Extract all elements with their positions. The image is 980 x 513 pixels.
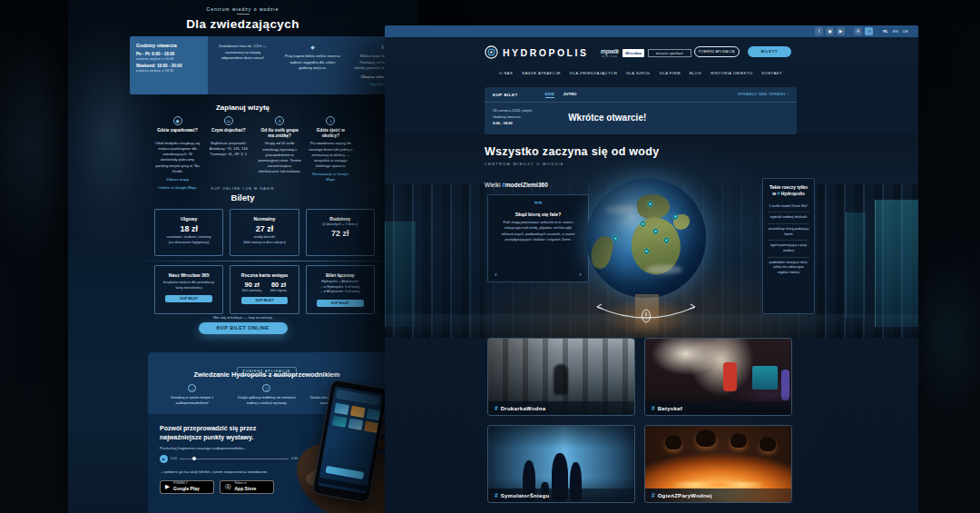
tip-duration: Zwiedzanie trwa ok. 2,5 h — zarezerwuj n… bbox=[208, 36, 278, 94]
ticket-price: 18 zł bbox=[160, 224, 218, 233]
facebook-icon[interactable]: f bbox=[815, 27, 823, 35]
nav-historia[interactable]: HISTORIA OBIEKTU bbox=[710, 71, 752, 75]
only-in-hydropolis-card: Takie rzeczy tylko w # Hydropolis 1 wiel… bbox=[762, 178, 815, 314]
plan-question: Gdzie zjeść w okolicy? bbox=[309, 128, 353, 139]
ticket-name: Roczna karta wstępu bbox=[235, 272, 293, 278]
hydropolis-logo[interactable]: HYDROPOLIS bbox=[485, 45, 588, 59]
list-item: wydruki wodnej drukarki bbox=[768, 212, 809, 223]
main-nav: O NAS NASZE ATRAKCJE DLA ZWIEDZAJĄCYCH D… bbox=[475, 71, 806, 75]
youtube-icon[interactable]: ▶ bbox=[837, 27, 845, 35]
app-cta-bar bbox=[326, 466, 365, 479]
badge-big: Google Play bbox=[173, 486, 200, 491]
badge-text: Pobierz w App Store bbox=[235, 482, 257, 491]
aquarium-tank bbox=[846, 212, 866, 318]
hashtag-symbol: # bbox=[652, 492, 655, 498]
plan-food: ♨ Gdzie zjeść w okolicy? Po zwiedzaniu z… bbox=[309, 116, 353, 191]
contrast-icon[interactable]: ◑ bbox=[865, 27, 873, 35]
gallery-caption: # Batyskaf bbox=[645, 401, 791, 415]
day-tabs: DZIŚ JUTRO bbox=[545, 92, 577, 98]
map-link[interactable]: Zobacz mapę bbox=[155, 177, 200, 183]
google-play-icon: ▶ bbox=[165, 483, 170, 490]
plan-section-title: Zaplanuj wizytę bbox=[68, 104, 417, 112]
price-value: 90 zł bbox=[242, 281, 261, 289]
buy-ticket-button[interactable]: KUP BILET bbox=[317, 300, 363, 307]
feature-hashtag: modelZiemi360 bbox=[505, 182, 548, 188]
ticket-name: Nasz Wrocław 365 bbox=[160, 272, 218, 278]
gallery-card-batyskaf[interactable]: # Batyskaf bbox=[644, 338, 792, 416]
page-eyebrow: Centrum wiedzy o wodzie bbox=[68, 6, 417, 12]
app-tile bbox=[348, 419, 364, 430]
restaurants-link[interactable]: Restauracje w Google Maps bbox=[309, 172, 353, 183]
ticket-card-family[interactable]: Rodzinny (2 dorosłych + 2 dzieci) 72 zł bbox=[306, 209, 375, 256]
ticket-card-normal[interactable]: Normalny 27 zł osoby dorosłe (bilet ważn… bbox=[230, 209, 299, 256]
tab-tomorrow[interactable]: JUTRO bbox=[564, 92, 577, 98]
google-play-badge[interactable]: ▶ POBIERZ Z Google Play bbox=[160, 480, 214, 494]
nav-dla-zwiedzajacych[interactable]: DLA ZWIEDZAJĄCYCH bbox=[570, 71, 617, 75]
chevron-left-icon[interactable]: ‹ bbox=[495, 271, 497, 279]
widget-hours-value: 9:00 - 18:00 bbox=[493, 120, 532, 126]
ticket-note: – w Afrykarium: 5 zł taniej bbox=[311, 290, 369, 295]
earth-globe-360[interactable] bbox=[586, 178, 706, 298]
gallery-tag: Batyskaf bbox=[658, 406, 682, 411]
gallery-card-ogien[interactable]: # OgieńZParyWodnej bbox=[644, 425, 792, 503]
time-current: 0:00 bbox=[171, 457, 177, 460]
audio-title: Zwiedzanie Hydropolis z audioprzewodniki… bbox=[148, 370, 386, 379]
ticket-card-reduced[interactable]: Ulgowy 18 zł uczniowie, studenci, senior… bbox=[154, 209, 223, 256]
rcard-title: Takie rzeczy tylko w # Hydropolis bbox=[768, 184, 809, 198]
ticket-card-annual[interactable]: Roczna karta wstępu 90 zł bilet normalny… bbox=[230, 265, 299, 314]
nav-dla-firm[interactable]: DLA FIRM bbox=[660, 71, 681, 75]
nav-dla-szkol[interactable]: DLA SZKÓŁ bbox=[626, 71, 651, 75]
feature-text: Zwiedzaj w swoim tempie z audioprzewodni… bbox=[159, 395, 225, 406]
list-item: podwodne światy w skali, jakiej nie zoba… bbox=[768, 257, 809, 279]
instagram-icon[interactable]: ◉ bbox=[826, 27, 834, 35]
hero-title: Wszystko zaczyna się od wody bbox=[485, 145, 659, 158]
lang-de[interactable]: DE bbox=[902, 29, 909, 34]
opening-hours-panel: Godziny otwarcia Pn - Pt: 9:00 - 18:00 o… bbox=[130, 36, 417, 94]
lang-pl[interactable]: PL bbox=[882, 29, 889, 34]
hashtag-symbol: # bbox=[495, 405, 498, 411]
seek-slider[interactable] bbox=[180, 459, 289, 459]
photo-figure bbox=[696, 429, 716, 447]
car-icon: ◉ bbox=[173, 116, 182, 125]
ticket-card-combined[interactable]: Bilet łączony Hydropolis + Afrykarium: –… bbox=[306, 265, 375, 314]
download-app-button[interactable]: POBIERZ APLIKACJĘ bbox=[694, 46, 740, 57]
quote-title: Skąd biorą się fale? bbox=[496, 212, 580, 217]
buy-ticket-button[interactable]: KUP BILET bbox=[165, 295, 211, 302]
quote-card: ”” Skąd biorą się fale? Fale mogą powsta… bbox=[487, 194, 589, 282]
other-dates-link[interactable]: SPRAWDŹ INNE TERMINY › bbox=[738, 93, 789, 96]
hydropolis-logo-icon bbox=[485, 45, 498, 59]
app-store-badge[interactable]: Ⓐ Pobierz w App Store bbox=[220, 480, 274, 494]
tip-duration-text: Zwiedzanie trwa ok. 2,5 h — zarezerwuj n… bbox=[214, 44, 271, 62]
eyebrow-divider bbox=[237, 14, 250, 15]
tab-today[interactable]: DZIŚ bbox=[545, 92, 554, 98]
font-size-icon[interactable]: A bbox=[854, 27, 862, 35]
buy-online-cta-button[interactable]: KUP BILET ONLINE bbox=[199, 322, 288, 334]
chevron-right-icon[interactable]: › bbox=[579, 271, 582, 279]
plan-question: Gdzie zaparkować? bbox=[155, 128, 200, 139]
globe[interactable] bbox=[586, 178, 706, 298]
gallery-card-drukarka[interactable]: # DrukarkaWodna bbox=[487, 338, 635, 416]
rcard-title-brand: Hydropolis bbox=[781, 191, 805, 196]
rcard-title-line2: w bbox=[772, 191, 776, 196]
photo-figure bbox=[554, 364, 568, 395]
tickets-button[interactable]: BILETY bbox=[748, 46, 791, 57]
slider-knob[interactable] bbox=[192, 457, 196, 460]
ticket-card-city-card[interactable]: Nasz Wrocław 365 bezpłatne wejście dla p… bbox=[154, 265, 223, 314]
globe-rotate-control[interactable] bbox=[588, 301, 704, 327]
play-button[interactable]: ▶ bbox=[160, 455, 168, 463]
lang-en[interactable]: EN bbox=[892, 29, 899, 34]
gallery-card-snieg[interactable]: # SymulatorŚniegu bbox=[487, 425, 635, 503]
buy-ticket-button[interactable]: KUP BILET bbox=[241, 297, 288, 304]
widget-header: KUP BILET DZIŚ JUTRO SPRAWDŹ INNE TERMIN… bbox=[485, 87, 797, 103]
gallery-caption: # DrukarkaWodna bbox=[488, 401, 634, 415]
ticket-subtitle: (2 dorosłych + 2 dzieci) bbox=[311, 222, 369, 226]
partner-sub: wrocław bbox=[601, 54, 619, 58]
plan-columns: ◉ Gdzie zaparkować? Obok budynku znajduj… bbox=[155, 116, 353, 191]
nav-kontakt[interactable]: KONTAKT bbox=[761, 71, 782, 75]
ticket-widget: KUP BILET DZIŚ JUTRO SPRAWDŹ INNE TERMIN… bbox=[485, 87, 797, 134]
smartphone-icon: ▯ bbox=[262, 384, 270, 392]
nav-nasze-atrakcje[interactable]: NASZE ATRAKCJE bbox=[522, 71, 561, 75]
nav-blog[interactable]: BLOG bbox=[690, 71, 701, 75]
nav-o-nas[interactable]: O NAS bbox=[499, 71, 513, 75]
gallery-caption: # SymulatorŚniegu bbox=[488, 488, 634, 502]
